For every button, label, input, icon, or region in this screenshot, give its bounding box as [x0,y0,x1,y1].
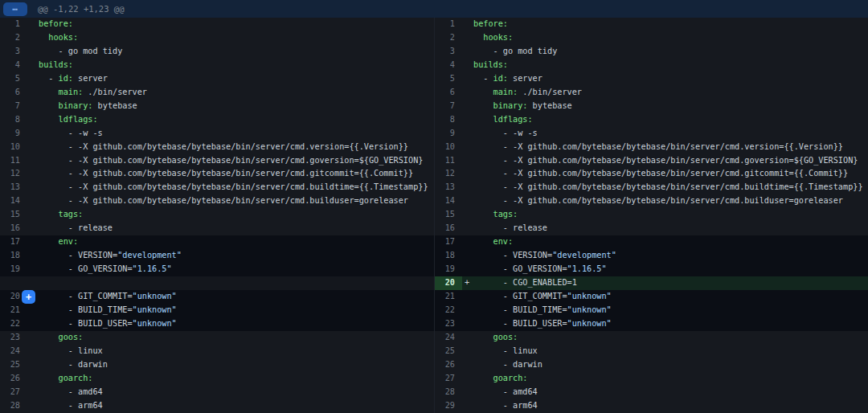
code-line[interactable]: - GIT_COMMIT="unknown" [462,290,868,304]
code-line[interactable]: - VERSION="development" [462,249,868,263]
line-number[interactable]: 12 [435,167,462,181]
code-line[interactable]: main: ./bin/server [462,86,868,100]
code-line[interactable]: - BUILD_TIME="unknown" [462,304,868,317]
line-number[interactable]: 9 [435,127,462,141]
code-line[interactable]: - -X github.com/bytebase/bytebase/bin/se… [27,194,434,208]
code-line[interactable]: goarch: [462,372,868,386]
code-line[interactable]: - release [462,222,868,235]
code-line[interactable]: - -X github.com/bytebase/bytebase/bin/se… [462,194,868,208]
code-line[interactable]: hooks: [462,31,868,45]
line-number[interactable]: 27 [435,372,462,386]
line-number[interactable]: 2 [0,31,27,45]
line-number[interactable]: 13 [0,181,27,194]
line-number[interactable]: 7 [435,100,462,113]
line-number[interactable]: 22 [0,317,27,331]
line-number[interactable]: 17 [435,235,462,249]
line-number[interactable]: 7 [0,100,27,113]
code-line[interactable]: binary: bytebase [462,100,868,113]
code-line[interactable]: env: [462,235,868,249]
line-number[interactable]: 16 [0,222,27,235]
code-line[interactable]: - go mod tidy [27,45,434,59]
code-line[interactable]: - linux [27,345,434,358]
code-line[interactable]: - -X github.com/bytebase/bytebase/bin/se… [27,167,434,181]
line-number[interactable]: 25 [0,358,27,372]
line-number[interactable]: 25 [435,345,462,358]
line-number[interactable]: 6 [0,86,27,100]
code-line[interactable]: before: [462,18,868,31]
line-number[interactable]: 13 [435,181,462,194]
line-number[interactable]: 23 [0,331,27,345]
line-number[interactable]: 21 [0,304,27,317]
line-number[interactable]: 21 [435,290,462,304]
line-number[interactable]: 28 [435,386,462,399]
line-number[interactable]: 9 [0,127,27,141]
line-number[interactable]: 15 [435,208,462,222]
code-line[interactable]: - -X github.com/bytebase/bytebase/bin/se… [27,181,434,194]
code-line[interactable]: - BUILD_TIME="unknown" [27,304,434,317]
code-line[interactable]: before: [27,18,434,31]
line-number[interactable]: 15 [0,208,27,222]
code-line[interactable]: - go mod tidy [462,45,868,59]
code-line[interactable]: - amd64 [27,386,434,399]
line-number[interactable]: 8 [0,113,27,127]
code-line[interactable]: - arm64 [27,399,434,413]
code-line[interactable]: - release [27,222,434,235]
line-number[interactable]: 1 [0,18,27,31]
line-number[interactable]: 3 [435,45,462,59]
line-number[interactable]: 24 [435,331,462,345]
code-line[interactable]: - -X github.com/bytebase/bytebase/bin/se… [27,141,434,154]
line-number[interactable]: 26 [0,372,27,386]
code-line[interactable]: - BUILD_USER="unknown" [462,317,868,331]
line-number[interactable]: 28 [0,399,27,413]
line-number[interactable]: 12 [0,167,27,181]
code-line[interactable]: main: ./bin/server [27,86,434,100]
code-line[interactable]: - amd64 [462,386,868,399]
add-comment-button[interactable]: + [22,290,35,304]
line-number[interactable]: 5 [435,72,462,86]
code-line[interactable]: - darwin [462,358,868,372]
code-line[interactable]: - GO_VERSION="1.16.5" [27,263,434,276]
line-number[interactable]: 4 [0,59,27,72]
code-line[interactable]: goarch: [27,372,434,386]
line-number[interactable]: 11 [0,154,27,168]
code-line[interactable]: + - CGO_ENABLED=1 [462,276,868,290]
line-number[interactable]: 20 [435,276,462,290]
line-number[interactable]: 3 [0,45,27,59]
code-line[interactable]: ldflags: [27,113,434,127]
line-number[interactable]: 17 [0,235,27,249]
code-line[interactable]: builds: [462,59,868,72]
code-line[interactable]: - GIT_COMMIT="unknown" [27,290,434,304]
line-number[interactable]: 29 [435,399,462,413]
line-number[interactable]: 19 [0,263,27,276]
code-line[interactable]: - BUILD_USER="unknown" [27,317,434,331]
code-line[interactable]: - -X github.com/bytebase/bytebase/bin/se… [462,141,868,154]
code-line[interactable]: - -w -s [27,127,434,141]
code-line[interactable]: - -X github.com/bytebase/bytebase/bin/se… [462,154,868,168]
line-number[interactable]: 10 [0,141,27,154]
code-line[interactable]: binary: bytebase [27,100,434,113]
code-line[interactable]: - GO_VERSION="1.16.5" [462,263,868,276]
code-line[interactable]: - -X github.com/bytebase/bytebase/bin/se… [27,154,434,168]
line-number[interactable]: 23 [435,317,462,331]
code-line[interactable]: goos: [462,331,868,345]
code-line[interactable]: tags: [27,208,434,222]
line-number[interactable]: 24 [0,345,27,358]
code-line[interactable]: ldflags: [462,113,868,127]
line-number[interactable]: 19 [435,263,462,276]
line-number[interactable]: 4 [435,59,462,72]
line-number[interactable]: 27 [0,386,27,399]
line-number[interactable]: 8 [435,113,462,127]
code-line[interactable]: goos: [27,331,434,345]
line-number[interactable]: 14 [0,194,27,208]
line-number[interactable]: 2 [435,31,462,45]
expand-diff-button[interactable]: ⋯ [3,2,27,16]
code-line[interactable]: tags: [462,208,868,222]
line-number[interactable]: 16 [435,222,462,235]
code-line[interactable]: - -X github.com/bytebase/bytebase/bin/se… [462,167,868,181]
code-line[interactable]: - -X github.com/bytebase/bytebase/bin/se… [462,181,868,194]
code-line[interactable]: - -w -s [462,127,868,141]
line-number[interactable]: 14 [435,194,462,208]
line-number[interactable]: 26 [435,358,462,372]
line-number[interactable]: 1 [435,18,462,31]
line-number[interactable]: 6 [435,86,462,100]
